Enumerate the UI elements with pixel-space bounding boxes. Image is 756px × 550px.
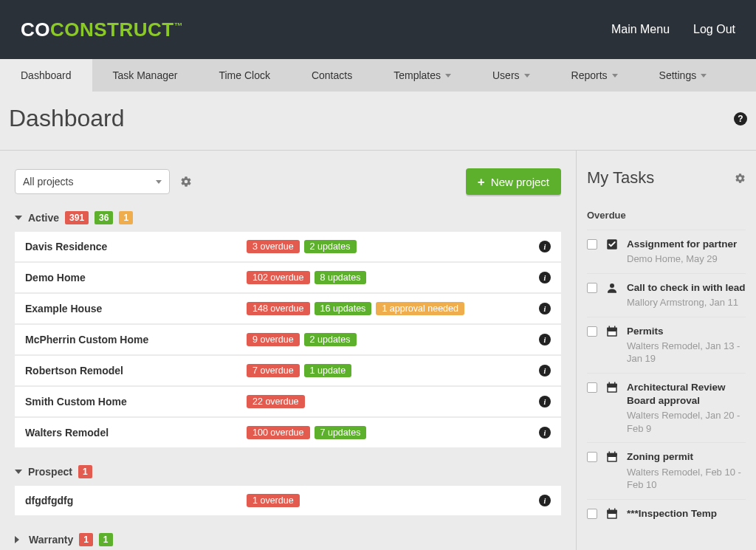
project-name: dfgdfgdfg xyxy=(25,495,239,506)
svg-rect-14 xyxy=(609,452,611,455)
project-name: Davis Residence xyxy=(25,241,239,252)
info-icon[interactable]: i xyxy=(539,334,551,346)
tab-templates[interactable]: Templates xyxy=(373,59,472,92)
project-row[interactable]: dfgdfgdfg1 overduei xyxy=(15,486,561,515)
badge-red: 1 xyxy=(78,465,92,478)
info-icon[interactable]: i xyxy=(539,365,551,377)
task-title: ***Inspection Temp xyxy=(627,507,746,520)
info-icon[interactable]: i xyxy=(539,272,551,283)
new-project-button[interactable]: + New project xyxy=(466,168,561,195)
tasks-list: Assignment for partnerDemo Home, May 29C… xyxy=(587,230,746,528)
projects-toolbar: All projects + New project xyxy=(15,168,561,195)
task-body: ***Inspection Temp xyxy=(627,507,746,520)
project-name: Robertson Remodel xyxy=(25,365,239,377)
project-badges: 102 overdue8 updates xyxy=(247,271,532,284)
badge-red: 391 xyxy=(65,211,89,224)
project-row[interactable]: Robertson Remodel7 overdue1 updatei xyxy=(15,356,561,385)
section-active-label: Active xyxy=(28,212,59,224)
log-out-link[interactable]: Log Out xyxy=(693,23,735,36)
task-body: Architectural Review Board approvalWalte… xyxy=(627,381,746,436)
tab-settings[interactable]: Settings xyxy=(639,59,728,92)
section-prospect-header[interactable]: Prospect 1 xyxy=(15,465,561,478)
approval-pill: 1 approval needed xyxy=(376,302,464,315)
calendar-icon xyxy=(605,325,619,365)
tab-users[interactable]: Users xyxy=(472,59,551,92)
task-subtitle: Walters Remodel, Jan 13 - Jan 19 xyxy=(627,340,746,365)
task-checkbox[interactable] xyxy=(587,509,597,519)
project-row[interactable]: Smith Custom Home22 overduei xyxy=(15,387,561,416)
svg-rect-16 xyxy=(608,457,616,461)
project-badges: 3 overdue2 updates xyxy=(247,240,532,253)
chevron-down-icon xyxy=(156,180,162,184)
chevron-down-icon xyxy=(701,74,707,78)
svg-rect-19 xyxy=(609,508,611,511)
info-icon[interactable]: i xyxy=(539,303,551,314)
task-row[interactable]: Assignment for partnerDemo Home, May 29 xyxy=(587,230,746,273)
tab-label: Task Manager xyxy=(113,69,178,81)
svg-point-1 xyxy=(610,283,614,288)
task-body: Zoning permitWalters Remodel, Feb 10 - F… xyxy=(627,450,746,491)
task-row[interactable]: Zoning permitWalters Remodel, Feb 10 - F… xyxy=(587,442,746,498)
chevron-down-icon xyxy=(445,74,451,78)
tab-contacts[interactable]: Contacts xyxy=(291,59,373,92)
projects-column: All projects + New project Active 391 36… xyxy=(0,150,576,550)
tab-time-clock[interactable]: Time Clock xyxy=(198,59,291,92)
project-name: Smith Custom Home xyxy=(25,396,239,408)
project-row[interactable]: McPherrin Custom Home9 overdue2 updatesi xyxy=(15,325,561,354)
overdue-pill: 148 overdue xyxy=(247,302,310,315)
svg-rect-11 xyxy=(608,388,616,391)
gear-icon[interactable] xyxy=(735,173,746,184)
project-filter-select[interactable]: All projects xyxy=(15,169,170,194)
project-row[interactable]: Walters Remodel100 overdue7 updatesi xyxy=(15,418,561,447)
calendar-icon xyxy=(605,507,619,520)
badge-green: 1 xyxy=(99,533,113,546)
task-row[interactable]: PermitsWalters Remodel, Jan 13 - Jan 19 xyxy=(587,317,746,373)
main-menu-link[interactable]: Main Menu xyxy=(611,23,670,36)
logo[interactable]: COCONSTRUCT™ xyxy=(21,18,183,41)
section-active-header[interactable]: Active 391 36 1 xyxy=(15,211,561,224)
tab-task-manager[interactable]: Task Manager xyxy=(92,59,199,92)
prospect-project-list: dfgdfgdfg1 overduei xyxy=(15,486,561,515)
my-tasks-title: My Tasks xyxy=(587,168,654,188)
tab-label: Users xyxy=(492,69,520,81)
project-name: McPherrin Custom Home xyxy=(25,334,239,346)
info-icon[interactable]: i xyxy=(539,427,551,439)
logo-construct: CONSTRUCT xyxy=(50,18,174,41)
svg-rect-6 xyxy=(608,331,616,335)
project-name: Walters Remodel xyxy=(25,427,239,439)
task-checkbox[interactable] xyxy=(587,452,597,462)
svg-rect-9 xyxy=(609,382,611,385)
task-checkbox[interactable] xyxy=(587,326,597,337)
top-bar: COCONSTRUCT™ Main Menu Log Out xyxy=(0,0,756,59)
project-row[interactable]: Example House148 overdue16 updates1 appr… xyxy=(15,294,561,323)
tab-reports[interactable]: Reports xyxy=(551,59,639,92)
svg-rect-5 xyxy=(614,326,616,329)
task-row[interactable]: ***Inspection Temp xyxy=(587,499,746,528)
page-head: Dashboard ? xyxy=(0,92,756,150)
project-row[interactable]: Davis Residence3 overdue2 updatesi xyxy=(15,232,561,261)
info-icon[interactable]: i xyxy=(539,241,551,252)
person-icon xyxy=(605,281,619,309)
plus-icon: + xyxy=(478,176,485,188)
task-checkbox[interactable] xyxy=(587,239,597,250)
project-row[interactable]: Demo Home102 overdue8 updatesi xyxy=(15,263,561,292)
task-row[interactable]: Call to check in with leadMallory Armstr… xyxy=(587,273,746,317)
project-name: Example House xyxy=(25,303,239,314)
help-icon[interactable]: ? xyxy=(734,112,747,126)
task-row[interactable]: Architectural Review Board approvalWalte… xyxy=(587,373,746,443)
nav-tabs: DashboardTask ManagerTime ClockContactsT… xyxy=(0,59,756,92)
info-icon[interactable]: i xyxy=(539,495,551,506)
new-project-label: New project xyxy=(491,176,549,188)
task-subtitle: Mallory Armstrong, Jan 11 xyxy=(627,296,746,309)
gear-icon[interactable] xyxy=(180,176,192,188)
my-tasks-head: My Tasks xyxy=(587,168,746,188)
tab-dashboard[interactable]: Dashboard xyxy=(0,59,92,92)
updates-pill: 2 updates xyxy=(304,240,357,253)
section-warranty-header[interactable]: Warranty 1 1 xyxy=(15,533,561,546)
badge-red: 1 xyxy=(79,533,93,546)
task-checkbox[interactable] xyxy=(587,283,597,293)
overdue-pill: 100 overdue xyxy=(247,426,310,439)
chevron-right-icon xyxy=(15,536,23,543)
info-icon[interactable]: i xyxy=(539,396,551,408)
task-checkbox[interactable] xyxy=(587,382,597,393)
